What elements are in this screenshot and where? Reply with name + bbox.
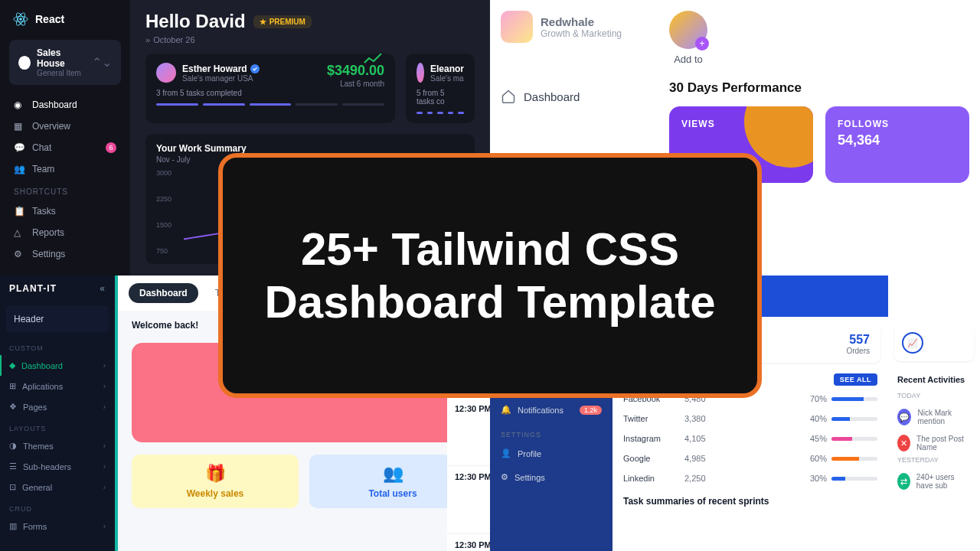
warning-icon: △: [14, 227, 24, 238]
nav-subheaders[interactable]: ☰Sub-headers›: [0, 456, 115, 477]
card-name: Eleanor: [430, 64, 464, 74]
nav-themes[interactable]: ◑Themes›: [0, 435, 115, 456]
sidebar: PLANT-IT« Header CUSTOM ◆Dashboard› ⊞Apl…: [0, 276, 115, 551]
avatar: [156, 63, 176, 83]
team-sub: General Item: [37, 69, 86, 77]
card-tasks: 5 from 5 tasks co: [416, 89, 464, 106]
apps-icon: ⊞: [9, 381, 16, 391]
card-tasks: 3 from 5 tasks completed: [156, 89, 384, 97]
react-icon: [12, 11, 29, 28]
avatar: [416, 63, 424, 83]
task-bars: [156, 103, 384, 106]
layers-icon: ☰: [9, 461, 17, 471]
star-icon: ★: [260, 18, 266, 26]
chart-title: Your Work Summary: [156, 143, 464, 154]
card-role: Sale's ma: [430, 74, 464, 83]
nav-main: ◉Dashboard ▦Overview 💬Chat6 👥Team: [6, 94, 124, 180]
sidebar: React Sales House General Item ⌃⌄ ◉Dashb…: [0, 0, 130, 276]
nav-section-crud: CRUD: [0, 497, 115, 516]
label-yesterday: YESTERDAY: [888, 456, 980, 468]
card-name: Esther Howard: [182, 64, 247, 74]
activity-row: ✕The post Post Name: [888, 430, 980, 456]
pages-icon: ❖: [9, 402, 17, 412]
team-avatar-icon: [18, 56, 31, 70]
nav-pages[interactable]: ❖Pages›: [0, 396, 115, 417]
user-icon: 👤: [501, 448, 511, 458]
brand-label: React: [35, 13, 64, 25]
gift-icon: 🎁: [141, 464, 289, 484]
card-money: $3490.00: [327, 63, 384, 79]
hero-card: 25+ Tailwind CSS Dashboard Template: [218, 153, 762, 398]
activity-icon: ✕: [897, 435, 910, 452]
grid-icon: ▦: [14, 121, 24, 132]
sprint-title: Task summaries of recent sprints: [612, 488, 888, 514]
nav-section-custom: CUSTOM: [0, 337, 115, 355]
chat-icon: 💬: [14, 142, 24, 153]
nav-tasks[interactable]: 📋Tasks: [6, 201, 124, 222]
card-period: Last 6 month: [340, 80, 384, 88]
referral-row: Instagram4,10545%: [612, 429, 888, 448]
palette-icon: ◑: [9, 441, 17, 451]
trend-icon: 📈: [902, 332, 923, 354]
performance-title: 30 Days Performance: [669, 80, 969, 96]
gear-icon: ⚙: [14, 249, 24, 259]
nav-settings[interactable]: ⚙Settings: [6, 243, 124, 265]
see-all-button[interactable]: SEE ALL: [834, 373, 877, 386]
nav-settings[interactable]: ⚙Settings: [490, 465, 612, 489]
activity-row: 💬Nick Mark mention: [888, 404, 980, 430]
task-bars: [416, 112, 464, 114]
nav-overview[interactable]: ▦Overview: [6, 116, 124, 137]
team-selector[interactable]: Sales House General Item ⌃⌄: [9, 40, 121, 85]
nav-section-shortcuts: SHORTCUTS: [6, 180, 124, 201]
diamond-icon: ◆: [9, 360, 15, 370]
add-to-label: Add to: [674, 54, 703, 65]
nav-notifications[interactable]: 🔔Notifications1.2k: [490, 398, 612, 422]
nav-reports[interactable]: △Reports: [6, 222, 124, 243]
activity-icon: 💬: [897, 409, 911, 425]
activity-row: ⇄240+ users have sub: [888, 468, 980, 494]
premium-badge: ★PREMIUM: [253, 15, 312, 28]
kpi-trend[interactable]: 📈: [894, 324, 974, 361]
chat-badge: 6: [106, 142, 116, 153]
nav-dashboard[interactable]: ◆Dashboard›: [0, 355, 115, 376]
nav-profile[interactable]: 👤Profile: [490, 442, 612, 465]
chevron-right-icon: ›: [103, 361, 106, 370]
nav-section-settings: SETTINGS: [490, 422, 612, 442]
nav-chat[interactable]: 💬Chat6: [6, 137, 124, 158]
add-to[interactable]: + Add to: [669, 11, 707, 65]
brand-tagline: Growth & Marketing: [541, 28, 622, 39]
nav-dashboard[interactable]: Dashboard: [501, 89, 648, 104]
nav-general[interactable]: ⊡General›: [0, 477, 115, 497]
brand: Redwhale Growth & Marketing: [501, 11, 648, 43]
referral-row: Linkedin2,25030%: [612, 468, 888, 488]
bell-icon: 🔔: [501, 405, 511, 415]
referral-row: Google4,98560%: [612, 448, 888, 468]
clipboard-icon: 📋: [14, 206, 24, 217]
nav-forms[interactable]: ▥Forms›: [0, 516, 115, 536]
greeting: Hello David: [145, 11, 246, 32]
chart-yaxis: 300022501500750: [156, 169, 172, 255]
timeline-row: 12:30 PMCreate new project ticket #: [447, 534, 490, 551]
notif-badge: 1.2k: [580, 406, 602, 415]
panel-activities: 📈 Recent Activities TODAY 💬Nick Mark men…: [888, 276, 980, 551]
nav-dashboard[interactable]: ◉Dashboard: [6, 94, 124, 116]
grid-icon: ⊡: [9, 482, 16, 492]
person-card-1[interactable]: $3490.00 Last 6 month Esther Howard Sale…: [145, 54, 395, 123]
label-today: TODAY: [888, 392, 980, 404]
bars-icon: ▥: [9, 521, 17, 531]
person-card-2[interactable]: Eleanor Sale's ma 5 from 5 tasks co: [406, 54, 475, 123]
nav-team[interactable]: 👥Team: [6, 158, 124, 180]
verified-icon: [250, 64, 260, 73]
stat-follows[interactable]: FOLLOWS54,364: [825, 106, 969, 183]
nav-header[interactable]: Header: [6, 306, 109, 332]
timeline: 12:30 PMOutlines keep you honest. A keep…: [447, 398, 490, 551]
brand: React: [6, 8, 124, 31]
svg-point-0: [19, 18, 22, 21]
tab-dashboard[interactable]: Dashboard: [129, 283, 198, 303]
collapse-icon[interactable]: «: [100, 283, 106, 294]
avatar: +: [669, 11, 707, 49]
nav-applications[interactable]: ⊞Aplications›: [0, 376, 115, 396]
card-role: Sale's manager USA: [182, 74, 260, 83]
tile-weekly-sales[interactable]: 🎁Weekly sales: [132, 455, 299, 508]
hero-title: 25+ Tailwind CSS Dashboard Template: [253, 223, 727, 328]
